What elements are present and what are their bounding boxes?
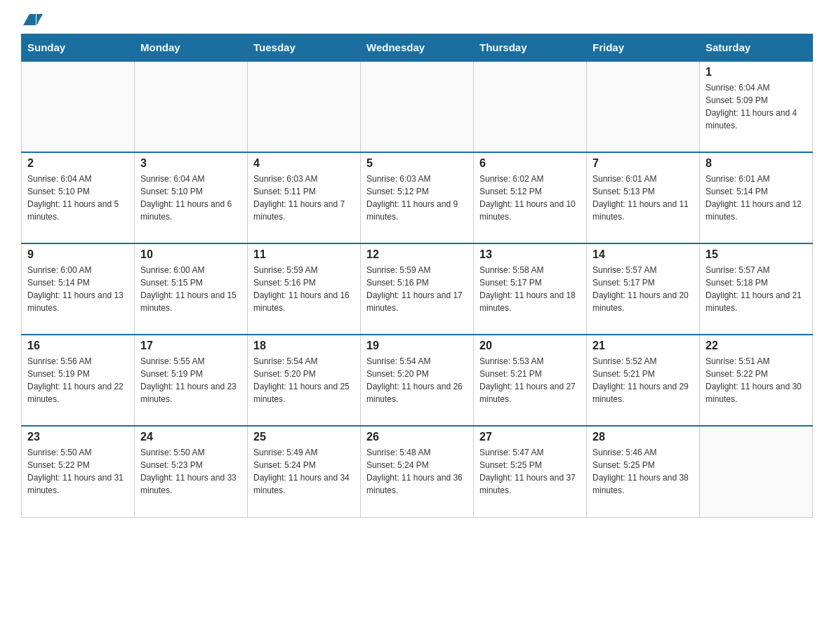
day-info: Sunrise: 5:59 AM Sunset: 5:16 PM Dayligh… bbox=[366, 264, 468, 314]
calendar-table: SundayMondayTuesdayWednesdayThursdayFrid… bbox=[21, 34, 813, 518]
calendar-cell: 6Sunrise: 6:02 AM Sunset: 5:12 PM Daylig… bbox=[474, 152, 587, 243]
day-number: 3 bbox=[140, 157, 241, 170]
day-info: Sunrise: 5:55 AM Sunset: 5:19 PM Dayligh… bbox=[140, 355, 241, 405]
day-number: 24 bbox=[140, 431, 241, 443]
calendar-cell: 19Sunrise: 5:54 AM Sunset: 5:20 PM Dayli… bbox=[361, 335, 474, 426]
day-number: 21 bbox=[593, 340, 694, 352]
calendar-week-2: 2Sunrise: 6:04 AM Sunset: 5:10 PM Daylig… bbox=[22, 152, 813, 243]
day-info: Sunrise: 5:48 AM Sunset: 5:24 PM Dayligh… bbox=[366, 446, 468, 497]
day-info: Sunrise: 5:51 AM Sunset: 5:22 PM Dayligh… bbox=[706, 355, 807, 405]
day-info: Sunrise: 5:53 AM Sunset: 5:21 PM Dayligh… bbox=[479, 355, 581, 405]
calendar-cell: 10Sunrise: 6:00 AM Sunset: 5:15 PM Dayli… bbox=[135, 243, 248, 335]
calendar-cell: 12Sunrise: 5:59 AM Sunset: 5:16 PM Dayli… bbox=[361, 243, 474, 335]
calendar-cell: 23Sunrise: 5:50 AM Sunset: 5:22 PM Dayli… bbox=[22, 426, 135, 517]
day-number: 11 bbox=[253, 248, 355, 261]
day-number: 13 bbox=[479, 248, 581, 261]
calendar-header-tuesday: Tuesday bbox=[248, 34, 361, 62]
calendar-cell: 1Sunrise: 6:04 AM Sunset: 5:09 PM Daylig… bbox=[700, 61, 813, 152]
page-header bbox=[21, 14, 813, 22]
logo-general-text bbox=[21, 14, 49, 25]
calendar-cell: 7Sunrise: 6:01 AM Sunset: 5:13 PM Daylig… bbox=[587, 152, 700, 243]
day-info: Sunrise: 6:00 AM Sunset: 5:14 PM Dayligh… bbox=[27, 264, 128, 314]
day-number: 8 bbox=[706, 157, 807, 170]
calendar-cell: 2Sunrise: 6:04 AM Sunset: 5:10 PM Daylig… bbox=[22, 152, 135, 243]
calendar-week-4: 16Sunrise: 5:56 AM Sunset: 5:19 PM Dayli… bbox=[22, 335, 813, 426]
day-info: Sunrise: 6:04 AM Sunset: 5:09 PM Dayligh… bbox=[706, 81, 807, 132]
calendar-cell: 27Sunrise: 5:47 AM Sunset: 5:25 PM Dayli… bbox=[474, 426, 587, 517]
logo-icon bbox=[23, 14, 49, 25]
day-number: 15 bbox=[706, 248, 807, 261]
calendar-week-1: 1Sunrise: 6:04 AM Sunset: 5:09 PM Daylig… bbox=[22, 61, 813, 152]
day-info: Sunrise: 5:46 AM Sunset: 5:25 PM Dayligh… bbox=[593, 446, 694, 497]
calendar-cell: 5Sunrise: 6:03 AM Sunset: 5:12 PM Daylig… bbox=[361, 152, 474, 243]
calendar-cell: 24Sunrise: 5:50 AM Sunset: 5:23 PM Dayli… bbox=[135, 426, 248, 517]
day-number: 27 bbox=[479, 431, 581, 443]
day-info: Sunrise: 6:01 AM Sunset: 5:14 PM Dayligh… bbox=[706, 173, 807, 223]
day-info: Sunrise: 5:57 AM Sunset: 5:17 PM Dayligh… bbox=[593, 264, 694, 314]
calendar-cell bbox=[248, 61, 361, 152]
calendar-header-thursday: Thursday bbox=[474, 34, 587, 62]
day-info: Sunrise: 5:52 AM Sunset: 5:21 PM Dayligh… bbox=[593, 355, 694, 405]
day-info: Sunrise: 5:57 AM Sunset: 5:18 PM Dayligh… bbox=[706, 264, 807, 314]
day-number: 23 bbox=[27, 431, 128, 443]
day-info: Sunrise: 5:58 AM Sunset: 5:17 PM Dayligh… bbox=[479, 264, 581, 314]
calendar-cell: 26Sunrise: 5:48 AM Sunset: 5:24 PM Dayli… bbox=[361, 426, 474, 517]
day-number: 28 bbox=[593, 431, 694, 443]
logo bbox=[21, 14, 49, 22]
day-info: Sunrise: 6:04 AM Sunset: 5:10 PM Dayligh… bbox=[140, 173, 241, 223]
calendar-cell bbox=[135, 61, 248, 152]
calendar-week-5: 23Sunrise: 5:50 AM Sunset: 5:22 PM Dayli… bbox=[22, 426, 813, 517]
calendar-cell: 8Sunrise: 6:01 AM Sunset: 5:14 PM Daylig… bbox=[700, 152, 813, 243]
calendar-header-saturday: Saturday bbox=[700, 34, 813, 62]
day-info: Sunrise: 6:00 AM Sunset: 5:15 PM Dayligh… bbox=[140, 264, 241, 314]
calendar-cell: 25Sunrise: 5:49 AM Sunset: 5:24 PM Dayli… bbox=[248, 426, 361, 517]
calendar-cell: 9Sunrise: 6:00 AM Sunset: 5:14 PM Daylig… bbox=[22, 243, 135, 335]
day-number: 7 bbox=[593, 157, 694, 170]
day-info: Sunrise: 5:54 AM Sunset: 5:20 PM Dayligh… bbox=[366, 355, 468, 405]
day-number: 2 bbox=[27, 157, 128, 170]
day-number: 6 bbox=[479, 157, 581, 170]
calendar-cell: 11Sunrise: 5:59 AM Sunset: 5:16 PM Dayli… bbox=[248, 243, 361, 335]
calendar-cell bbox=[22, 61, 135, 152]
day-info: Sunrise: 5:56 AM Sunset: 5:19 PM Dayligh… bbox=[27, 355, 128, 405]
logo-triangle-left bbox=[23, 14, 36, 25]
day-number: 18 bbox=[253, 340, 355, 352]
day-number: 9 bbox=[27, 248, 128, 261]
day-number: 17 bbox=[140, 340, 241, 352]
calendar-cell: 4Sunrise: 6:03 AM Sunset: 5:11 PM Daylig… bbox=[248, 152, 361, 243]
day-info: Sunrise: 6:03 AM Sunset: 5:12 PM Dayligh… bbox=[366, 173, 468, 223]
day-info: Sunrise: 5:59 AM Sunset: 5:16 PM Dayligh… bbox=[253, 264, 355, 314]
day-number: 16 bbox=[27, 340, 128, 352]
day-number: 1 bbox=[706, 66, 807, 79]
calendar-cell: 18Sunrise: 5:54 AM Sunset: 5:20 PM Dayli… bbox=[248, 335, 361, 426]
day-info: Sunrise: 5:47 AM Sunset: 5:25 PM Dayligh… bbox=[479, 446, 581, 497]
calendar-week-3: 9Sunrise: 6:00 AM Sunset: 5:14 PM Daylig… bbox=[22, 243, 813, 335]
day-number: 5 bbox=[366, 157, 468, 170]
calendar-header-sunday: Sunday bbox=[22, 34, 135, 62]
day-info: Sunrise: 5:54 AM Sunset: 5:20 PM Dayligh… bbox=[253, 355, 355, 405]
calendar-cell bbox=[587, 61, 700, 152]
calendar-cell: 13Sunrise: 5:58 AM Sunset: 5:17 PM Dayli… bbox=[474, 243, 587, 335]
calendar-cell bbox=[700, 426, 813, 517]
calendar-cell bbox=[361, 61, 474, 152]
day-number: 22 bbox=[706, 340, 807, 352]
day-number: 12 bbox=[366, 248, 468, 261]
calendar-cell: 28Sunrise: 5:46 AM Sunset: 5:25 PM Dayli… bbox=[587, 426, 700, 517]
day-number: 19 bbox=[366, 340, 468, 352]
day-info: Sunrise: 6:03 AM Sunset: 5:11 PM Dayligh… bbox=[253, 173, 355, 223]
day-number: 10 bbox=[140, 248, 241, 261]
calendar-cell: 20Sunrise: 5:53 AM Sunset: 5:21 PM Dayli… bbox=[474, 335, 587, 426]
calendar-header-friday: Friday bbox=[587, 34, 700, 62]
calendar-cell bbox=[474, 61, 587, 152]
calendar-header-monday: Monday bbox=[135, 34, 248, 62]
day-info: Sunrise: 6:04 AM Sunset: 5:10 PM Dayligh… bbox=[27, 173, 128, 223]
calendar-cell: 14Sunrise: 5:57 AM Sunset: 5:17 PM Dayli… bbox=[587, 243, 700, 335]
day-info: Sunrise: 5:50 AM Sunset: 5:23 PM Dayligh… bbox=[140, 446, 241, 497]
logo-triangle-right bbox=[37, 14, 49, 25]
calendar-cell: 16Sunrise: 5:56 AM Sunset: 5:19 PM Dayli… bbox=[22, 335, 135, 426]
calendar-cell: 22Sunrise: 5:51 AM Sunset: 5:22 PM Dayli… bbox=[700, 335, 813, 426]
day-number: 26 bbox=[366, 431, 468, 443]
calendar-cell: 21Sunrise: 5:52 AM Sunset: 5:21 PM Dayli… bbox=[587, 335, 700, 426]
calendar-cell: 15Sunrise: 5:57 AM Sunset: 5:18 PM Dayli… bbox=[700, 243, 813, 335]
calendar-header-wednesday: Wednesday bbox=[361, 34, 474, 62]
